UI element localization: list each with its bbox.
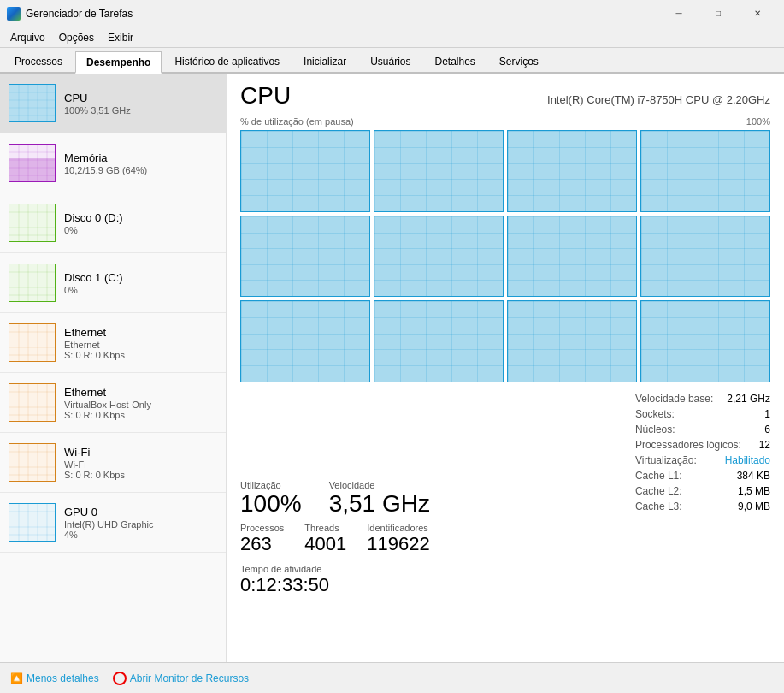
menu-exibir[interactable]: Exibir — [101, 28, 140, 47]
ethernet1-thumbnail — [9, 323, 56, 362]
sidebar-wifi-value: S: 0 R: 0 Kbps — [64, 470, 217, 480]
chevron-up-icon: 🔼 — [10, 672, 23, 684]
stat-velocidade: Velocidade 3,51 GHz — [329, 480, 430, 516]
maximize-button[interactable]: □ — [699, 0, 738, 27]
core-graph-8 — [640, 216, 770, 298]
chart-label-row: % de utilização (em pausa) 100% — [240, 116, 770, 127]
sidebar-info-disk1: Disco 1 (C:) 0% — [64, 271, 217, 295]
core-graph-7 — [507, 216, 637, 298]
tab-servicos[interactable]: Serviços — [488, 50, 550, 72]
monitor-icon — [113, 672, 127, 685]
sidebar-item-gpu[interactable]: GPU 0 Intel(R) UHD Graphic 4% — [0, 493, 226, 553]
info-key-7: Cache L3: — [635, 500, 682, 512]
tab-detalhes[interactable]: Detalhes — [423, 50, 486, 72]
info-val-2: 6 — [764, 424, 770, 435]
sidebar-item-wifi[interactable]: Wi-Fi Wi-Fi S: 0 R: 0 Kbps — [0, 433, 226, 493]
info-row-7: Cache L3: 9,0 MB — [635, 500, 770, 512]
sidebar-ethernet1-value: S: 0 R: 0 Kbps — [64, 350, 217, 360]
sidebar-item-memory[interactable]: Memória 10,2/15,9 GB (64%) — [0, 133, 226, 193]
disk1-thumbnail — [9, 264, 56, 302]
uptime-label: Tempo de atividade — [240, 564, 770, 574]
sidebar-item-ethernet2[interactable]: Ethernet VirtualBox Host-Only S: 0 R: 0 … — [0, 373, 226, 433]
app-icon — [7, 7, 21, 21]
identificadores-label: Identificadores — [367, 523, 429, 533]
info-val-5: 384 KB — [737, 470, 770, 482]
info-val-6: 1,5 MB — [738, 485, 770, 497]
sidebar-disk1-label: Disco 1 (C:) — [64, 271, 217, 284]
cpu-header: CPU Intel(R) Core(TM) i7-8750H CPU @ 2.2… — [240, 82, 770, 110]
info-val-0: 2,21 GHz — [727, 393, 770, 405]
sidebar-item-ethernet1[interactable]: Ethernet Ethernet S: 0 R: 0 Kbps — [0, 313, 226, 373]
sidebar-gpu-sublabel: Intel(R) UHD Graphic — [64, 519, 217, 530]
close-button[interactable]: ✕ — [738, 0, 777, 27]
core-graph-11 — [507, 300, 637, 382]
sidebar-gpu-label: GPU 0 — [64, 506, 217, 518]
cpu-thumbnail — [9, 84, 56, 122]
cpu-title: CPU — [240, 82, 291, 110]
tab-processos[interactable]: Processos — [3, 50, 74, 72]
menu-bar: Arquivo Opções Exibir — [0, 27, 784, 48]
less-details-button[interactable]: 🔼 Menos detalhes — [10, 672, 99, 684]
sidebar-item-disk1[interactable]: Disco 1 (C:) 0% — [0, 253, 226, 313]
chart-label-text: % de utilização (em pausa) — [240, 116, 354, 127]
info-row-2: Núcleos: 6 — [635, 424, 770, 435]
title-bar: Gerenciador de Tarefas ─ □ ✕ — [0, 0, 784, 27]
sidebar-memory-label: Memória — [64, 151, 217, 164]
svg-rect-44 — [9, 384, 56, 422]
sidebar-gpu-value: 4% — [64, 530, 217, 540]
processos-value: 263 — [240, 533, 284, 555]
info-val-3: 12 — [759, 439, 770, 451]
info-key-0: Velocidade base: — [635, 393, 713, 405]
sidebar-item-disk0[interactable]: Disco 0 (D:) 0% — [0, 193, 226, 253]
identificadores-value: 119622 — [367, 533, 429, 555]
core-graph-6 — [374, 216, 504, 298]
sidebar-info-memory: Memória 10,2/15,9 GB (64%) — [64, 151, 217, 175]
right-panel: CPU Intel(R) Core(TM) i7-8750H CPU @ 2.2… — [227, 74, 784, 662]
svg-rect-9 — [9, 85, 56, 122]
less-details-label: Menos detalhes — [27, 672, 99, 684]
minimize-button[interactable]: ─ — [659, 0, 699, 27]
sidebar-ethernet2-label: Ethernet — [64, 386, 217, 399]
tab-historico[interactable]: Histórico de aplicativos — [163, 50, 291, 72]
tab-inicializar[interactable]: Inicializar — [292, 50, 357, 72]
info-val-7: 9,0 MB — [738, 500, 770, 512]
threads-label: Threads — [304, 523, 346, 533]
processos-label: Processos — [240, 523, 284, 533]
svg-rect-60 — [9, 504, 56, 542]
info-row-6: Cache L2: 1,5 MB — [635, 485, 770, 497]
gpu-thumbnail — [9, 503, 56, 542]
uptime-section: Tempo de atividade 0:12:33:50 — [240, 564, 770, 596]
core-graph-9 — [240, 300, 370, 382]
cpu-core-grids — [240, 130, 770, 382]
info-row-4: Virtualização: Habilitado — [635, 454, 770, 466]
core-graph-10 — [374, 300, 504, 382]
sidebar-ethernet1-label: Ethernet — [64, 326, 217, 339]
sidebar-info-wifi: Wi-Fi Wi-Fi S: 0 R: 0 Kbps — [64, 446, 217, 480]
svg-rect-28 — [9, 264, 56, 302]
window-controls: ─ □ ✕ — [659, 0, 777, 27]
tab-usuarios[interactable]: Usuários — [359, 50, 421, 72]
info-val-4: Habilitado — [725, 454, 770, 466]
stat-utilizacao: Utilização 100% — [240, 480, 302, 516]
resource-monitor-button[interactable]: Abrir Monitor de Recursos — [113, 672, 249, 685]
sidebar-info-gpu: GPU 0 Intel(R) UHD Graphic 4% — [64, 506, 217, 540]
info-key-5: Cache L1: — [635, 470, 682, 482]
info-row-3: Processadores lógicos: 12 — [635, 439, 770, 451]
core-graph-3 — [507, 130, 637, 212]
menu-opcoes[interactable]: Opções — [52, 28, 101, 47]
info-key-4: Virtualização: — [635, 454, 697, 466]
svg-rect-19 — [9, 158, 56, 182]
svg-rect-20 — [9, 204, 56, 242]
stat-processos: Processos 263 — [240, 523, 284, 555]
info-key-3: Processadores lógicos: — [635, 439, 741, 451]
info-row-5: Cache L1: 384 KB — [635, 470, 770, 482]
sidebar-ethernet2-value: S: 0 R: 0 Kbps — [64, 410, 217, 420]
sidebar-disk0-sublabel: 0% — [64, 225, 217, 235]
utilizacao-label: Utilização — [240, 480, 302, 490]
sidebar-item-cpu[interactable]: CPU 100% 3,51 GHz — [0, 74, 226, 133]
sidebar-info-disk0: Disco 0 (D:) 0% — [64, 211, 217, 235]
menu-arquivo[interactable]: Arquivo — [3, 28, 52, 47]
tab-desempenho[interactable]: Desempenho — [75, 51, 162, 74]
tabs-bar: Processos Desempenho Histórico de aplica… — [0, 48, 784, 74]
sidebar-info-cpu: CPU 100% 3,51 GHz — [64, 92, 217, 116]
